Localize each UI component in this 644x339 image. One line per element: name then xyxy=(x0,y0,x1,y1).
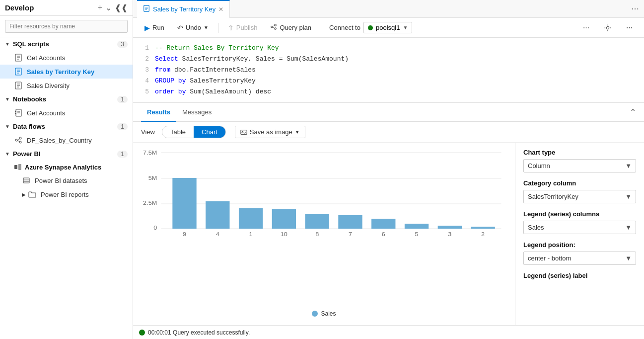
section-title-data-flows: Data flows xyxy=(13,123,117,130)
chevron-sql-scripts: ▼ xyxy=(5,41,10,47)
chart-svg: 7.5M 5M 2.5M 0 xyxy=(141,148,507,242)
bar-7 xyxy=(338,215,362,229)
sidebar-item-get-accounts-notebook[interactable]: Get Accounts xyxy=(0,106,133,120)
toolbar-divider-2 xyxy=(321,23,321,33)
sidebar-header: Develop + ⌄ ❰❰ xyxy=(0,0,133,16)
section-title-notebooks: Notebooks xyxy=(13,95,117,103)
toolbar-more-actions: ⋯ ⋯ xyxy=(577,21,638,34)
chevron-power-bi: ▼ xyxy=(5,151,10,157)
svg-text:3: 3 xyxy=(448,231,451,238)
tab-results[interactable]: Results xyxy=(141,103,176,122)
undo-dropdown-icon[interactable]: ▼ xyxy=(204,25,209,30)
sidebar-content: ▼ SQL scripts 3 Get Accounts Sales by Te… xyxy=(0,37,133,339)
azure-group-label: Azure Synapse Analytics xyxy=(25,164,101,171)
connection-chevron: ▼ xyxy=(403,25,408,30)
connect-dropdown[interactable]: poolsql1 ▼ xyxy=(363,22,412,33)
chart-main: 7.5M 5M 2.5M 0 xyxy=(133,143,515,325)
view-chart-option[interactable]: Chart xyxy=(194,126,225,138)
code-editor: 1 -- Return Sales By Territory Key 2 Sel… xyxy=(133,38,644,103)
legend-series-value: Sales xyxy=(528,224,544,231)
publish-icon: ⇧ xyxy=(228,24,234,32)
chart-type-select[interactable]: Column ▼ xyxy=(523,159,636,172)
tab-more-options[interactable]: ⋯ xyxy=(631,4,640,13)
add-icon[interactable]: + xyxy=(98,3,102,12)
connection-status-dot xyxy=(368,25,373,30)
chevron-data-flows: ▼ xyxy=(5,124,10,129)
view-row: View Table Chart Save as image ▼ xyxy=(133,122,644,143)
connect-area: Connect to poolsql1 ▼ xyxy=(329,22,412,33)
run-button[interactable]: ▶ Run xyxy=(139,21,170,34)
dataset-icon xyxy=(22,176,31,185)
query-plan-icon xyxy=(270,23,277,32)
section-header-sql-scripts[interactable]: ▼ SQL scripts 3 xyxy=(0,37,133,51)
legend-position-label: Legend position: xyxy=(523,241,636,249)
toolbar: ▶ Run ↶ Undo ▼ ⇧ Publish Query plan Conn… xyxy=(133,18,644,38)
category-column-select[interactable]: SalesTerritoryKey ▼ xyxy=(523,190,636,203)
legend-series-label: Legend (series) columns xyxy=(523,210,636,218)
svg-point-40 xyxy=(610,27,611,28)
more-options-button[interactable]: ⋯ xyxy=(577,21,595,34)
legend-series-select[interactable]: Sales ▼ xyxy=(523,221,636,234)
tab-close-icon[interactable]: ✕ xyxy=(218,6,223,13)
svg-text:8: 8 xyxy=(315,231,319,238)
query-plan-button[interactable]: Query plan xyxy=(265,21,317,34)
query-plan-label: Query plan xyxy=(280,24,311,31)
section-count-notebooks: 1 xyxy=(117,96,128,103)
code-line-4: 4 GROUP by SalesTerritoryKey xyxy=(141,76,636,86)
svg-text:0: 0 xyxy=(153,225,157,231)
section-header-notebooks[interactable]: ▼ Notebooks 1 xyxy=(0,92,133,106)
svg-line-20 xyxy=(17,139,19,140)
tab-messages[interactable]: Messages xyxy=(176,103,217,122)
script-icon-active xyxy=(14,67,23,76)
sidebar-search-container xyxy=(0,16,133,37)
legend-position-value: center - bottom xyxy=(528,254,571,262)
save-image-chevron: ▼ xyxy=(295,129,300,135)
folder-icon xyxy=(28,190,37,199)
status-text: 00:00:01 Query executed successfully. xyxy=(148,329,250,336)
filter-icon[interactable]: ⌄ xyxy=(105,3,112,12)
svg-point-37 xyxy=(607,24,608,25)
svg-point-36 xyxy=(606,26,609,29)
tab-sales-territory[interactable]: Sales by Territory Key ✕ xyxy=(137,0,230,18)
sidebar-item-pbi-datasets[interactable]: Power BI datasets xyxy=(0,173,133,187)
sidebar-item-get-accounts-1[interactable]: Get Accounts xyxy=(0,51,133,65)
sidebar-item-pbi-reports[interactable]: ▶ Power BI reports xyxy=(0,187,133,201)
collapse-results-button[interactable]: ⌃ xyxy=(630,107,636,117)
tab-script-icon xyxy=(143,5,150,13)
svg-rect-24 xyxy=(23,178,29,183)
bar-10 xyxy=(272,209,296,229)
collapse-sidebar-icon[interactable]: ❰❰ xyxy=(115,3,128,12)
search-input[interactable] xyxy=(5,20,128,33)
view-table-option[interactable]: Table xyxy=(162,126,194,138)
section-count-power-bi: 1 xyxy=(117,151,128,158)
code-line-1: 1 -- Return Sales By Territory Key xyxy=(141,43,636,54)
azure-synapse-group[interactable]: Azure Synapse Analytics xyxy=(0,161,133,173)
section-header-data-flows[interactable]: ▼ Data flows 1 xyxy=(0,120,133,133)
code-line-5: 5 order by Sum(SalesAmount) desc xyxy=(141,86,636,97)
expand-icon-pbi-reports: ▶ xyxy=(22,192,26,197)
item-label-sales-diversity: Sales Diversity xyxy=(27,82,70,89)
tab-bar: Sales by Territory Key ✕ ⋯ xyxy=(133,0,644,18)
chevron-notebooks: ▼ xyxy=(5,96,10,102)
svg-text:9: 9 xyxy=(183,231,186,238)
legend-position-select[interactable]: center - bottom ▼ xyxy=(523,252,636,265)
section-title-power-bi: Power BI xyxy=(13,150,117,158)
sidebar-item-df-sales[interactable]: DF_Sales_by_Country xyxy=(0,133,133,147)
run-label: Run xyxy=(152,24,164,31)
sidebar-item-sales-diversity[interactable]: Sales Diversity xyxy=(0,79,133,92)
save-as-image-button[interactable]: Save as image ▼ xyxy=(235,126,305,138)
results-tab-bar: Results Messages ⌃ xyxy=(133,103,644,122)
sidebar-item-sales-territory[interactable]: Sales by Territory Key xyxy=(0,65,133,79)
more-toolbar-options[interactable]: ⋯ xyxy=(621,21,638,34)
chart-type-value: Column xyxy=(528,162,550,170)
svg-point-31 xyxy=(271,26,273,28)
dataflow-icon xyxy=(14,136,23,145)
publish-button[interactable]: ⇧ Publish xyxy=(222,21,263,34)
section-header-power-bi[interactable]: ▼ Power BI 1 xyxy=(0,147,133,161)
settings-button[interactable] xyxy=(599,21,617,34)
svg-text:2.5M: 2.5M xyxy=(143,200,157,206)
item-label-df-sales: DF_Sales_by_Country xyxy=(27,137,92,144)
svg-text:10: 10 xyxy=(281,231,288,238)
svg-text:5M: 5M xyxy=(148,175,157,181)
undo-button[interactable]: ↶ Undo ▼ xyxy=(172,21,214,34)
